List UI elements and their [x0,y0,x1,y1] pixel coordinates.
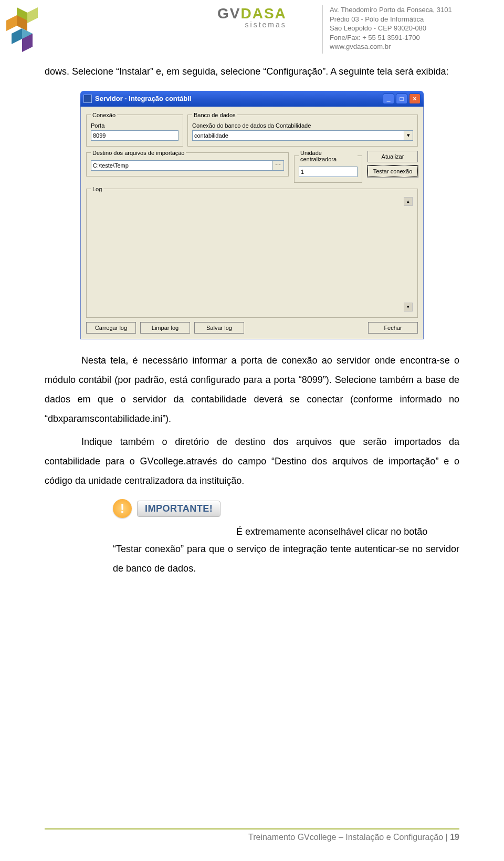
destino-legend: Destino dos arquivos de importação [91,150,186,156]
footer-divider [45,828,459,829]
destino-group: Destino dos arquivos de importação ⋯ [86,150,289,177]
window-titlebar: Servidor - Integração contábil _ □ × [80,91,424,107]
paragraph: dows. Selecione “Instalar” e, em seguida… [45,62,459,81]
carregar-log-button[interactable]: Carregar log [86,322,136,334]
fechar-button[interactable]: Fechar [368,322,418,334]
company-address: Av. Theodomiro Porto da Fonseca, 3101 Pr… [330,5,452,51]
exclamation-icon: ! [113,499,132,518]
porta-label: Porta [91,122,178,129]
brand-gv: GV [217,5,240,22]
banco-group: Banco de dados Conexão do banco de dados… [187,112,418,147]
destino-input[interactable] [91,160,272,171]
address-line: Prédio 03 - Pólo de Informática [330,15,452,24]
banco-legend: Banco de dados [192,112,237,118]
svg-marker-2 [6,15,17,31]
folder-open-icon[interactable]: ⋯ [272,160,284,171]
svg-marker-1 [27,7,38,23]
importante-label: IMPORTANTE! [137,501,220,517]
unidade-legend: Unidade centralizadora [299,150,358,162]
brand-name: GVDASA [217,5,287,22]
scroll-up-icon[interactable]: ▴ [404,197,413,206]
footer-caption: Treinamento GVcollege – Instalação e Con… [248,833,450,842]
screenshot-window: Servidor - Integração contábil _ □ × Con… [80,91,424,339]
footer-text: Treinamento GVcollege – Instalação e Con… [45,833,459,842]
window-app-icon [83,95,92,103]
scroll-down-icon[interactable]: ▾ [404,303,413,312]
unidade-group: Unidade centralizadora [294,150,362,183]
paragraph: Indique também o diretório de destino do… [45,432,459,491]
window-title: Servidor - Integração contábil [95,95,192,102]
address-line: Fone/Fax: + 55 51 3591-1700 [330,33,452,43]
window-body: Conexão Porta Banco de dados Conexão do … [80,107,424,339]
page-body: dows. Selecione “Instalar” e, em seguida… [0,62,504,578]
window-minimize-button[interactable]: _ [383,94,394,104]
atualizar-button[interactable]: Atualizar [368,151,418,162]
page-footer: Treinamento GVcollege – Instalação e Con… [0,828,504,842]
window-close-button[interactable]: × [409,94,421,104]
paragraph: “Testar conexão” para que o serviço de i… [113,540,459,578]
conexao-group: Conexão Porta [86,112,183,147]
page-header: GVDASA sistemas Av. Theodomiro Porto da … [0,0,504,58]
address-line: www.gvdasa.com.br [330,42,452,51]
window-maximize-button[interactable]: □ [396,94,407,104]
address-line: Av. Theodomiro Porto da Fonseca, 3101 [330,5,452,15]
log-group: Log ▴ ▾ [86,186,418,318]
paragraph: É extremamente aconselhável clicar no bo… [113,522,459,542]
paragraph: Nesta tela, é necessário informar a port… [45,351,459,429]
svg-marker-4 [12,28,22,44]
unidade-input[interactable] [299,167,358,177]
log-textarea[interactable]: ▴ ▾ [91,196,413,312]
conexao-legend: Conexão [91,112,117,118]
header-divider [322,5,323,54]
company-logo-icon [6,7,45,55]
log-legend: Log [91,186,103,192]
limpar-log-button[interactable]: Limpar log [140,322,190,334]
brand-block: GVDASA sistemas [217,5,287,29]
testar-conexao-button[interactable]: Testar conexão [368,165,418,177]
importante-badge: ! IMPORTANTE! [113,499,459,518]
banco-label: Conexão do banco de dados da Contabilida… [192,122,413,129]
porta-input[interactable] [91,130,178,141]
salvar-log-button[interactable]: Salvar log [194,322,244,334]
banco-select[interactable] [192,130,404,141]
scrollbar[interactable]: ▴ ▾ [404,197,413,312]
address-line: São Leopoldo - CEP 93020-080 [330,24,452,33]
page-number: 19 [450,833,459,842]
chevron-down-icon[interactable]: ▾ [404,130,413,141]
brand-dasa: DASA [240,5,286,22]
